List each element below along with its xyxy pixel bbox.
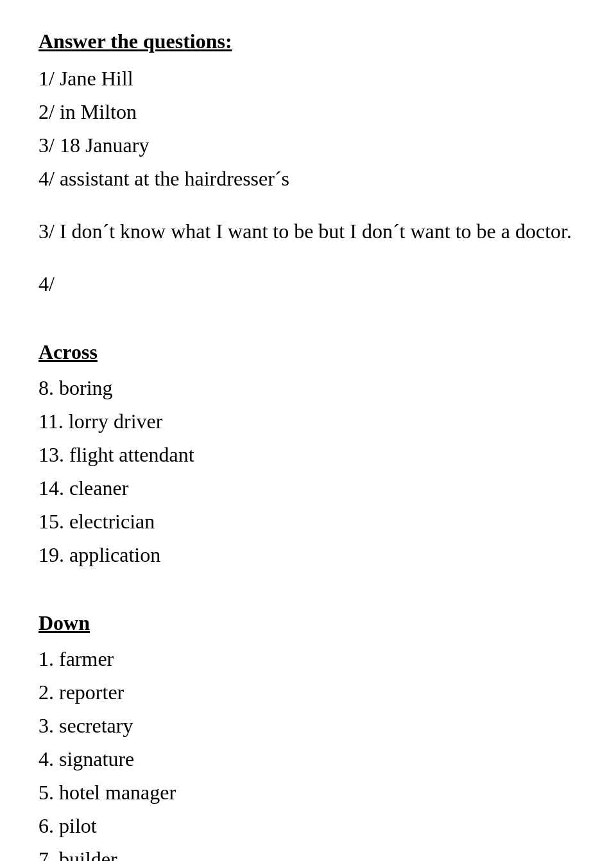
down-6: 6. pilot [38, 810, 578, 841]
down-title: Down [38, 607, 578, 638]
page-container: Answer the questions: 1/ Jane Hill 2/ in… [38, 26, 578, 861]
answer-4: 4/ assistant at the hairdresser´s [38, 163, 578, 194]
across-15: 15. electrician [38, 506, 578, 537]
answers-list: 1/ Jane Hill 2/ in Milton 3/ 18 January … [38, 63, 578, 194]
answer-3-sentence: 3/ I don´t know what I want to be but I … [38, 216, 578, 247]
across-8: 8. boring [38, 372, 578, 403]
down-4: 4. signature [38, 744, 578, 774]
across-19: 19. application [38, 539, 578, 570]
down-3: 3. secretary [38, 710, 578, 741]
down-2: 2. reporter [38, 677, 578, 708]
answer-3: 3/ 18 January [38, 130, 578, 161]
answer-4-label: 4/ [38, 268, 578, 299]
across-11: 11. lorry driver [38, 406, 578, 437]
across-14: 14. cleaner [38, 473, 578, 503]
across-title: Across [38, 336, 578, 367]
down-7: 7. builder [38, 844, 578, 861]
answer-2: 2/ in Milton [38, 96, 578, 127]
across-list: 8. boring 11. lorry driver 13. flight at… [38, 372, 578, 570]
answer-1: 1/ Jane Hill [38, 63, 578, 94]
down-list: 1. farmer 2. reporter 3. secretary 4. si… [38, 643, 578, 861]
down-1: 1. farmer [38, 643, 578, 674]
down-5: 5. hotel manager [38, 777, 578, 808]
section1-title: Answer the questions: [38, 26, 578, 57]
across-13: 13. flight attendant [38, 439, 578, 470]
